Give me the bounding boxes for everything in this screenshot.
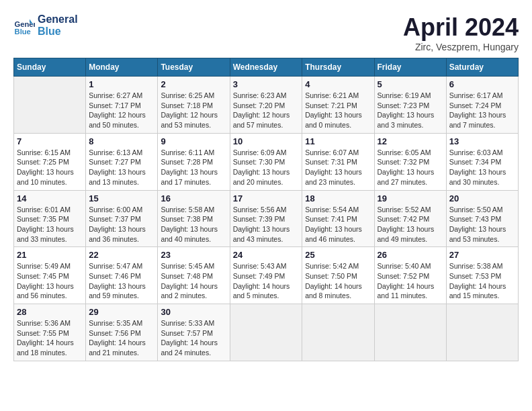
day-info: Sunrise: 5:35 AM Sunset: 7:56 PM Dayligh… [89, 318, 154, 358]
calendar-header-row: SundayMondayTuesdayWednesdayThursdayFrid… [14, 58, 519, 77]
calendar-cell: 29Sunrise: 5:35 AM Sunset: 7:56 PM Dayli… [86, 304, 158, 361]
weekday-header-saturday: Saturday [446, 58, 518, 77]
calendar-cell: 21Sunrise: 5:49 AM Sunset: 7:45 PM Dayli… [14, 247, 86, 304]
day-info: Sunrise: 5:54 AM Sunset: 7:41 PM Dayligh… [305, 205, 371, 244]
day-number: 4 [305, 79, 371, 89]
calendar-cell: 17Sunrise: 5:56 AM Sunset: 7:39 PM Dayli… [230, 190, 302, 247]
calendar-cell: 24Sunrise: 5:43 AM Sunset: 7:49 PM Dayli… [230, 247, 302, 304]
calendar-cell [374, 304, 446, 361]
calendar-cell [230, 304, 302, 361]
day-info: Sunrise: 6:00 AM Sunset: 7:37 PM Dayligh… [89, 205, 154, 244]
day-number: 19 [378, 193, 443, 203]
calendar-cell: 27Sunrise: 5:38 AM Sunset: 7:53 PM Dayli… [446, 247, 518, 304]
calendar-cell: 15Sunrise: 6:00 AM Sunset: 7:37 PM Dayli… [86, 190, 158, 247]
day-number: 27 [449, 250, 515, 260]
day-info: Sunrise: 5:50 AM Sunset: 7:43 PM Dayligh… [449, 205, 515, 244]
page-header: General Blue General Blue April 2024 Zir… [13, 13, 519, 52]
calendar-cell: 6Sunrise: 6:17 AM Sunset: 7:24 PM Daylig… [446, 77, 518, 134]
calendar-table: SundayMondayTuesdayWednesdayThursdayFrid… [13, 58, 519, 361]
day-info: Sunrise: 6:15 AM Sunset: 7:25 PM Dayligh… [17, 148, 83, 187]
day-number: 7 [17, 136, 83, 146]
weekday-header-sunday: Sunday [14, 58, 86, 77]
day-number: 22 [89, 250, 154, 260]
day-number: 28 [17, 307, 83, 317]
calendar-cell: 12Sunrise: 6:05 AM Sunset: 7:32 PM Dayli… [374, 133, 446, 190]
weekday-header-monday: Monday [86, 58, 158, 77]
calendar-cell: 4Sunrise: 6:21 AM Sunset: 7:21 PM Daylig… [302, 77, 374, 134]
month-title: April 2024 [403, 13, 519, 42]
calendar-cell: 22Sunrise: 5:47 AM Sunset: 7:46 PM Dayli… [86, 247, 158, 304]
day-number: 11 [305, 136, 371, 146]
calendar-cell: 8Sunrise: 6:13 AM Sunset: 7:27 PM Daylig… [86, 133, 158, 190]
logo: General Blue General Blue [13, 13, 78, 37]
day-info: Sunrise: 5:52 AM Sunset: 7:42 PM Dayligh… [378, 205, 443, 244]
svg-text:Blue: Blue [15, 27, 31, 35]
day-number: 10 [233, 136, 300, 146]
day-number: 29 [89, 307, 154, 317]
day-number: 17 [233, 193, 300, 203]
calendar-cell: 26Sunrise: 5:40 AM Sunset: 7:52 PM Dayli… [374, 247, 446, 304]
weekday-header-wednesday: Wednesday [230, 58, 302, 77]
calendar-cell: 18Sunrise: 5:54 AM Sunset: 7:41 PM Dayli… [302, 190, 374, 247]
calendar-cell: 2Sunrise: 6:25 AM Sunset: 7:18 PM Daylig… [158, 77, 230, 134]
day-info: Sunrise: 6:03 AM Sunset: 7:34 PM Dayligh… [449, 148, 515, 187]
logo-line2: Blue [38, 26, 78, 38]
day-info: Sunrise: 6:25 AM Sunset: 7:18 PM Dayligh… [161, 91, 226, 130]
calendar-cell: 14Sunrise: 6:01 AM Sunset: 7:35 PM Dayli… [14, 190, 86, 247]
day-info: Sunrise: 5:49 AM Sunset: 7:45 PM Dayligh… [17, 261, 83, 301]
day-number: 1 [89, 79, 154, 89]
calendar-cell: 9Sunrise: 6:11 AM Sunset: 7:28 PM Daylig… [158, 133, 230, 190]
day-number: 14 [17, 193, 83, 203]
day-number: 9 [161, 136, 226, 146]
day-number: 13 [449, 136, 515, 146]
day-number: 16 [161, 193, 226, 203]
calendar-cell: 13Sunrise: 6:03 AM Sunset: 7:34 PM Dayli… [446, 133, 518, 190]
calendar-cell: 1Sunrise: 6:27 AM Sunset: 7:17 PM Daylig… [86, 77, 158, 134]
day-info: Sunrise: 6:19 AM Sunset: 7:23 PM Dayligh… [378, 91, 443, 130]
day-info: Sunrise: 5:56 AM Sunset: 7:39 PM Dayligh… [233, 205, 300, 244]
day-number: 6 [449, 79, 515, 89]
day-number: 26 [378, 250, 443, 260]
day-info: Sunrise: 6:09 AM Sunset: 7:30 PM Dayligh… [233, 148, 300, 187]
day-number: 3 [233, 79, 300, 89]
day-number: 24 [233, 250, 300, 260]
day-number: 25 [305, 250, 371, 260]
logo-line1: General [38, 13, 78, 26]
day-number: 18 [305, 193, 371, 203]
day-info: Sunrise: 6:17 AM Sunset: 7:24 PM Dayligh… [449, 91, 515, 130]
calendar-cell: 23Sunrise: 5:45 AM Sunset: 7:48 PM Dayli… [158, 247, 230, 304]
location-subtitle: Zirc, Veszprem, Hungary [403, 42, 519, 52]
day-info: Sunrise: 6:05 AM Sunset: 7:32 PM Dayligh… [378, 148, 443, 187]
day-info: Sunrise: 6:27 AM Sunset: 7:17 PM Dayligh… [89, 91, 154, 130]
day-info: Sunrise: 5:36 AM Sunset: 7:55 PM Dayligh… [17, 318, 83, 358]
day-number: 30 [161, 307, 226, 317]
day-number: 20 [449, 193, 515, 203]
day-info: Sunrise: 5:45 AM Sunset: 7:48 PM Dayligh… [161, 261, 226, 301]
logo-icon: General Blue [13, 15, 35, 36]
weekday-header-friday: Friday [374, 58, 446, 77]
calendar-cell: 25Sunrise: 5:42 AM Sunset: 7:50 PM Dayli… [302, 247, 374, 304]
calendar-cell [302, 304, 374, 361]
weekday-header-tuesday: Tuesday [158, 58, 230, 77]
day-number: 5 [378, 79, 443, 89]
day-info: Sunrise: 6:01 AM Sunset: 7:35 PM Dayligh… [17, 205, 83, 244]
calendar-cell: 28Sunrise: 5:36 AM Sunset: 7:55 PM Dayli… [14, 304, 86, 361]
calendar-cell: 10Sunrise: 6:09 AM Sunset: 7:30 PM Dayli… [230, 133, 302, 190]
calendar-cell [14, 77, 86, 134]
day-info: Sunrise: 6:13 AM Sunset: 7:27 PM Dayligh… [89, 148, 154, 187]
day-info: Sunrise: 5:43 AM Sunset: 7:49 PM Dayligh… [233, 261, 300, 301]
weekday-header-thursday: Thursday [302, 58, 374, 77]
day-info: Sunrise: 5:58 AM Sunset: 7:38 PM Dayligh… [161, 205, 226, 244]
day-info: Sunrise: 5:47 AM Sunset: 7:46 PM Dayligh… [89, 261, 154, 301]
day-info: Sunrise: 6:23 AM Sunset: 7:20 PM Dayligh… [233, 91, 300, 130]
calendar-cell: 20Sunrise: 5:50 AM Sunset: 7:43 PM Dayli… [446, 190, 518, 247]
day-info: Sunrise: 5:42 AM Sunset: 7:50 PM Dayligh… [305, 261, 371, 301]
day-number: 2 [161, 79, 226, 89]
title-section: April 2024 Zirc, Veszprem, Hungary [403, 13, 519, 52]
day-info: Sunrise: 5:40 AM Sunset: 7:52 PM Dayligh… [378, 261, 443, 301]
calendar-cell: 11Sunrise: 6:07 AM Sunset: 7:31 PM Dayli… [302, 133, 374, 190]
calendar-cell: 30Sunrise: 5:33 AM Sunset: 7:57 PM Dayli… [158, 304, 230, 361]
day-number: 21 [17, 250, 83, 260]
calendar-cell: 7Sunrise: 6:15 AM Sunset: 7:25 PM Daylig… [14, 133, 86, 190]
calendar-cell: 16Sunrise: 5:58 AM Sunset: 7:38 PM Dayli… [158, 190, 230, 247]
